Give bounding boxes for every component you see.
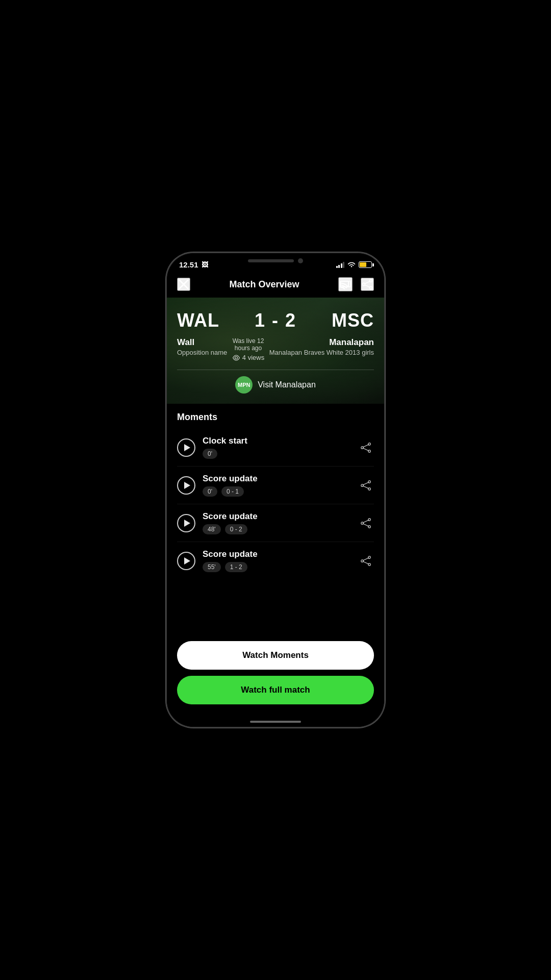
moments-section: Moments Clock start 0' bbox=[167, 404, 384, 633]
wifi-icon bbox=[347, 262, 356, 268]
home-indicator bbox=[167, 717, 384, 727]
away-team-abbr: MSC bbox=[332, 310, 374, 331]
match-banner: WAL 1 - 2 MSC Wall Opposition name Was l… bbox=[167, 298, 384, 404]
svg-line-27 bbox=[363, 561, 368, 564]
play-triangle-icon bbox=[184, 482, 190, 489]
sim-icon: 🖾 bbox=[202, 261, 208, 268]
moment-name: Score update bbox=[203, 511, 350, 522]
moment-share-button[interactable] bbox=[358, 477, 374, 494]
battery-icon bbox=[359, 261, 372, 268]
bottom-buttons: Watch Moments Watch full match bbox=[167, 633, 384, 717]
play-button[interactable] bbox=[177, 514, 195, 532]
moment-item[interactable]: Score update 48' 0 - 2 bbox=[177, 504, 374, 542]
svg-line-11 bbox=[363, 445, 368, 447]
moment-item[interactable]: Score update 0' 0 - 1 bbox=[177, 467, 374, 504]
home-team-abbr: WAL bbox=[177, 310, 219, 331]
moment-name: Score update bbox=[203, 549, 350, 559]
visit-label: Visit Manalapan bbox=[258, 380, 316, 389]
svg-line-26 bbox=[363, 558, 368, 560]
moment-time-tag: 0' bbox=[203, 486, 217, 497]
play-triangle-icon bbox=[184, 444, 190, 451]
home-team-name: Wall bbox=[177, 337, 227, 348]
moment-time-tag: 48' bbox=[203, 524, 221, 534]
signal-icon bbox=[336, 262, 345, 268]
time-display: 12.51 bbox=[179, 260, 198, 269]
svg-line-22 bbox=[363, 524, 368, 526]
cast-button[interactable] bbox=[338, 277, 353, 291]
moment-name: Score update bbox=[203, 474, 350, 484]
views-count: 4 views bbox=[242, 354, 264, 361]
header: Match Overview bbox=[167, 272, 384, 298]
svg-line-12 bbox=[363, 448, 368, 451]
moment-info: Score update 0' 0 - 1 bbox=[203, 474, 350, 497]
watch-full-match-button[interactable]: Watch full match bbox=[177, 676, 374, 704]
status-bar: 12.51 🖾 bbox=[167, 253, 384, 272]
moments-title: Moments bbox=[177, 412, 374, 423]
svg-line-5 bbox=[365, 281, 370, 284]
content-area: WAL 1 - 2 MSC Wall Opposition name Was l… bbox=[167, 298, 384, 633]
moment-time-tag: 0' bbox=[203, 449, 217, 459]
svg-line-17 bbox=[363, 486, 368, 488]
moment-info: Score update 55' 1 - 2 bbox=[203, 549, 350, 572]
visit-row[interactable]: MPN Visit Manalapan bbox=[177, 370, 374, 396]
moment-item[interactable]: Score update 55' 1 - 2 bbox=[177, 542, 374, 579]
notch-dot bbox=[298, 258, 303, 263]
moment-share-button[interactable] bbox=[358, 515, 374, 531]
moment-name: Clock start bbox=[203, 436, 350, 446]
play-button[interactable] bbox=[177, 438, 195, 457]
svg-rect-1 bbox=[348, 281, 350, 287]
svg-line-6 bbox=[365, 285, 370, 287]
moment-score-tag: 0 - 2 bbox=[225, 524, 247, 534]
moment-score-tag: 1 - 2 bbox=[225, 562, 247, 572]
moment-time-tag: 55' bbox=[203, 562, 221, 572]
svg-line-21 bbox=[363, 520, 368, 523]
svg-point-7 bbox=[235, 356, 237, 359]
match-score: 1 - 2 bbox=[255, 310, 296, 331]
page-title: Match Overview bbox=[229, 279, 299, 290]
moment-share-button[interactable] bbox=[358, 553, 374, 569]
notch-pill bbox=[248, 259, 294, 262]
moment-info: Clock start 0' bbox=[203, 436, 350, 459]
home-team-subtitle: Opposition name bbox=[177, 349, 227, 356]
away-team-name: Manalapan bbox=[269, 337, 374, 348]
live-status: Was live 12 hours ago bbox=[231, 337, 265, 352]
watch-moments-button[interactable]: Watch Moments bbox=[177, 641, 374, 670]
moment-info: Score update 48' 0 - 2 bbox=[203, 511, 350, 534]
moment-item[interactable]: Clock start 0' bbox=[177, 429, 374, 467]
away-team-subtitle: Manalapan Braves White 2013 girls bbox=[269, 349, 374, 356]
svg-line-16 bbox=[363, 482, 368, 485]
play-triangle-icon bbox=[184, 557, 190, 565]
play-button[interactable] bbox=[177, 476, 195, 495]
play-button[interactable] bbox=[177, 552, 195, 570]
share-button[interactable] bbox=[361, 278, 374, 291]
close-button[interactable] bbox=[177, 278, 190, 291]
moment-share-button[interactable] bbox=[358, 439, 374, 456]
team-avatar: MPN bbox=[235, 376, 253, 394]
play-triangle-icon bbox=[184, 520, 190, 527]
eye-icon bbox=[232, 355, 240, 361]
home-bar bbox=[250, 721, 301, 723]
moment-score-tag: 0 - 1 bbox=[221, 486, 244, 497]
